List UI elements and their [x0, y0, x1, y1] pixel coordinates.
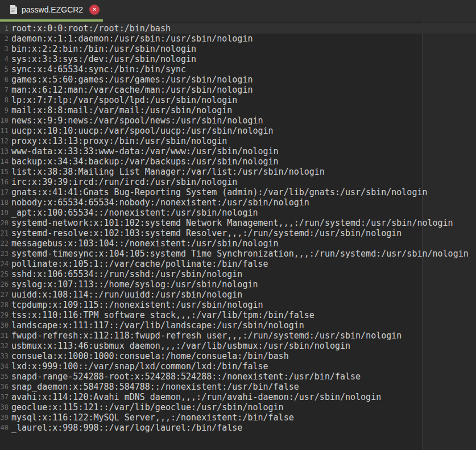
editor-line[interactable]: 6 games:x:5:60:games:/usr/games:/usr/sbi…: [0, 75, 476, 85]
editor-line[interactable]: 19 _apt:x:100:65534::/nonexistent:/usr/s…: [0, 208, 476, 218]
line-text: nobody:x:65534:65534:nobody:/nonexistent…: [11, 197, 309, 208]
editor-line[interactable]: 17 gnats:x:41:41:Gnats Bug-Reporting Sys…: [0, 187, 476, 197]
line-number: 7: [0, 85, 9, 95]
line-number: 2: [0, 34, 9, 44]
editor-line[interactable]: 13 www-data:x:33:33:www-data:/var/www:/u…: [0, 146, 476, 156]
line-text: systemd-network:x:101:102:systemd Networ…: [11, 218, 453, 228]
editor-line[interactable]: 22 messagebus:x:103:104::/nonexistent:/u…: [0, 238, 476, 249]
line-number: 25: [0, 269, 9, 279]
line-text: syslog:x:107:113::/home/syslog:/usr/sbin…: [11, 279, 258, 290]
line-number: 29: [0, 310, 9, 320]
line-number: 34: [0, 361, 9, 371]
editor-line[interactable]: 37 avahi:x:114:120:Avahi mDNS daemon,,,:…: [0, 392, 476, 402]
line-number: 22: [0, 238, 9, 249]
editor-line[interactable]: 28 tcpdump:x:109:115::/nonexistent:/usr/…: [0, 300, 476, 310]
line-number: 20: [0, 218, 9, 228]
editor-line[interactable]: 30 landscape:x:111:117::/var/lib/landsca…: [0, 320, 476, 331]
editor-line[interactable]: 10 news:x:9:9:news:/var/spool/news:/usr/…: [0, 115, 476, 126]
editor-line[interactable]: 3 bin:x:2:2:bin:/bin:/usr/sbin/nologin: [0, 44, 476, 54]
line-text: systemd-resolve:x:102:103:systemd Resolv…: [11, 228, 402, 238]
line-text: systemd-timesync:x:104:105:systemd Time …: [11, 249, 469, 259]
editor-line[interactable]: 34 lxd:x:999:100::/var/snap/lxd/common/l…: [0, 361, 476, 371]
editor-line[interactable]: 2 daemon:x:1:1:daemon:/usr/sbin:/usr/sbi…: [0, 34, 476, 44]
editor-line[interactable]: 27 uuidd:x:108:114::/run/uuidd:/usr/sbin…: [0, 290, 476, 300]
line-text: news:x:9:9:news:/var/spool/news:/usr/sbi…: [11, 115, 263, 126]
line-text: fwupd-refresh:x:112:118:fwupd-refresh us…: [11, 331, 402, 341]
line-text: sys:x:3:3:sys:/dev:/usr/sbin/nologin: [11, 54, 196, 64]
line-number: 27: [0, 290, 9, 300]
line-number: 39: [0, 412, 9, 423]
line-text: consuela:x:1000:1000:consuela:/home/cons…: [11, 351, 289, 361]
line-text: tcpdump:x:109:115::/nonexistent:/usr/sbi…: [11, 300, 263, 310]
editor-line[interactable]: 21 systemd-resolve:x:102:103:systemd Res…: [0, 228, 476, 238]
line-number: 1: [0, 23, 9, 34]
line-text: tss:x:110:116:TPM software stack,,,:/var…: [11, 310, 314, 320]
line-number: 6: [0, 75, 9, 85]
line-text: messagebus:x:103:104::/nonexistent:/usr/…: [11, 238, 279, 249]
line-text: man:x:6:12:man:/var/cache/man:/usr/sbin/…: [11, 85, 253, 95]
close-icon: ✕: [92, 7, 97, 13]
line-text: daemon:x:1:1:daemon:/usr/sbin:/usr/sbin/…: [11, 34, 253, 44]
editor-line[interactable]: 8 lp:x:7:7:lp:/var/spool/lpd:/usr/sbin/n…: [0, 95, 476, 105]
editor-line[interactable]: 36 snap_daemon:x:584788:584788::/nonexis…: [0, 382, 476, 392]
editor-line[interactable]: 33 consuela:x:1000:1000:consuela:/home/c…: [0, 351, 476, 361]
editor-line[interactable]: 9 mail:x:8:8:mail:/var/mail:/usr/sbin/no…: [0, 105, 476, 115]
editor-line[interactable]: 32 usbmux:x:113:46:usbmux daemon,,,:/var…: [0, 341, 476, 351]
line-text: _laurel:x:998:998::/var/log/laurel:/bin/…: [11, 423, 242, 433]
line-text: pollinate:x:105:1::/var/cache/pollinate:…: [11, 259, 268, 269]
line-text: geoclue:x:115:121::/var/lib/geoclue:/usr…: [11, 402, 284, 412]
line-text: irc:x:39:39:ircd:/run/ircd:/usr/sbin/nol…: [11, 177, 237, 187]
editor-line[interactable]: 40 _laurel:x:998:998::/var/log/laurel:/b…: [0, 423, 476, 433]
line-text: mail:x:8:8:mail:/var/mail:/usr/sbin/nolo…: [11, 105, 232, 115]
line-number: 13: [0, 146, 9, 156]
editor-line[interactable]: 1 root:x:0:0:root:/root:/bin/bash: [0, 23, 476, 34]
tab-title: passwd.EZGCR2: [22, 5, 83, 14]
line-number: 10: [0, 115, 9, 126]
editor-line[interactable]: 29 tss:x:110:116:TPM software stack,,,:/…: [0, 310, 476, 320]
editor-line[interactable]: 16 irc:x:39:39:ircd:/run/ircd:/usr/sbin/…: [0, 177, 476, 187]
line-number: 33: [0, 351, 9, 361]
editor-line[interactable]: 20 systemd-network:x:101:102:systemd Net…: [0, 218, 476, 228]
editor-line[interactable]: 31 fwupd-refresh:x:112:118:fwupd-refresh…: [0, 331, 476, 341]
line-text: bin:x:2:2:bin:/bin:/usr/sbin/nologin: [11, 44, 196, 54]
line-number: 12: [0, 136, 9, 146]
line-text: www-data:x:33:33:www-data:/var/www:/usr/…: [11, 146, 279, 156]
editor-line[interactable]: 35 snapd-range-524288-root:x:524288:5242…: [0, 371, 476, 382]
editor-line[interactable]: 14 backup:x:34:34:backup:/var/backups:/u…: [0, 156, 476, 167]
editor-line[interactable]: 24 pollinate:x:105:1::/var/cache/pollina…: [0, 259, 476, 269]
editor-area[interactable]: 1 root:x:0:0:root:/root:/bin/bash 2 daem…: [0, 22, 476, 450]
line-text: _apt:x:100:65534::/nonexistent:/usr/sbin…: [11, 208, 258, 218]
editor-line[interactable]: 38 geoclue:x:115:121::/var/lib/geoclue:/…: [0, 402, 476, 412]
line-number: 24: [0, 259, 9, 269]
document-icon: [10, 5, 17, 14]
line-number: 38: [0, 402, 9, 412]
editor-line[interactable]: 23 systemd-timesync:x:104:105:systemd Ti…: [0, 249, 476, 259]
editor-line[interactable]: 11 uucp:x:10:10:uucp:/var/spool/uucp:/us…: [0, 126, 476, 136]
editor-line[interactable]: 26 syslog:x:107:113::/home/syslog:/usr/s…: [0, 279, 476, 290]
line-text: lp:x:7:7:lp:/var/spool/lpd:/usr/sbin/nol…: [11, 95, 237, 105]
line-number: 11: [0, 126, 9, 136]
editor-line[interactable]: 5 sync:x:4:65534:sync:/bin:/bin/sync: [0, 64, 476, 75]
line-text: games:x:5:60:games:/usr/games:/usr/sbin/…: [11, 75, 253, 85]
line-number: 18: [0, 197, 9, 208]
editor-line[interactable]: 7 man:x:6:12:man:/var/cache/man:/usr/sbi…: [0, 85, 476, 95]
line-text: avahi:x:114:120:Avahi mDNS daemon,,,:/ru…: [11, 392, 381, 402]
editor-line[interactable]: 15 list:x:38:38:Mailing List Manager:/va…: [0, 167, 476, 177]
tab-close-button[interactable]: ✕: [89, 5, 100, 15]
line-text: gnats:x:41:41:Gnats Bug-Reporting System…: [11, 187, 428, 197]
tab-passwd[interactable]: passwd.EZGCR2 ✕: [0, 0, 100, 19]
editor-line[interactable]: 12 proxy:x:13:13:proxy:/bin:/usr/sbin/no…: [0, 136, 476, 146]
line-number: 15: [0, 167, 9, 177]
editor-line[interactable]: 18 nobody:x:65534:65534:nobody:/nonexist…: [0, 197, 476, 208]
line-number: 35: [0, 371, 9, 382]
editor-line[interactable]: 4 sys:x:3:3:sys:/dev:/usr/sbin/nologin: [0, 54, 476, 64]
line-text: mysql:x:116:122:MySQL Server,,,:/nonexis…: [11, 412, 294, 423]
editor-line[interactable]: 25 sshd:x:106:65534::/run/sshd:/usr/sbin…: [0, 269, 476, 279]
line-text: lxd:x:999:100::/var/snap/lxd/common/lxd:…: [11, 361, 268, 371]
line-text: uucp:x:10:10:uucp:/var/spool/uucp:/usr/s…: [11, 126, 274, 136]
line-text: snapd-range-524288-root:x:524288:524288:…: [11, 371, 361, 382]
tab-bar: passwd.EZGCR2 ✕: [0, 0, 476, 22]
line-text: sshd:x:106:65534::/run/sshd:/usr/sbin/no…: [11, 269, 242, 279]
line-number: 5: [0, 64, 9, 75]
editor-line[interactable]: 39 mysql:x:116:122:MySQL Server,,,:/none…: [0, 412, 476, 423]
